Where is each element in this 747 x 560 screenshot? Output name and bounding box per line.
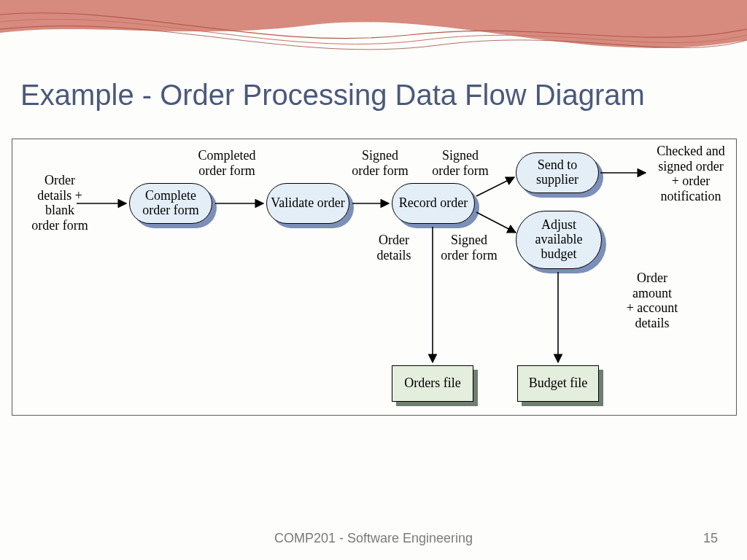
slide-title: Example - Order Processing Data Flow Dia… xyxy=(20,79,645,112)
footer-course: COMP201 - Software Engineering xyxy=(0,531,747,546)
svg-line-4 xyxy=(476,212,516,233)
datastore-budget-file: Budget file xyxy=(517,365,599,402)
slide: Example - Order Processing Data Flow Dia… xyxy=(0,0,747,560)
flow-label-order-details: Order details xyxy=(368,233,419,262)
process-send-to-supplier: Send to supplier xyxy=(516,152,599,193)
datastore-orders-file: Orders file xyxy=(392,365,473,402)
diagram-frame: Order details + blank order form Complet… xyxy=(12,139,737,416)
flow-label-signed-1: Signed order form xyxy=(344,148,417,178)
flow-label-input: Order details + blank order form xyxy=(27,173,93,233)
flow-label-output: Checked and signed order + order notific… xyxy=(647,144,735,204)
flow-label-order-amount: Order amount + account details xyxy=(619,271,685,331)
process-adjust-available-budget: Adjust available budget xyxy=(516,211,602,269)
footer-page-number: 15 xyxy=(703,531,718,546)
svg-line-3 xyxy=(476,177,514,196)
header-wave-decoration xyxy=(0,0,747,88)
process-validate-order: Validate order xyxy=(266,183,349,224)
process-complete-order-form: Complete order form xyxy=(129,183,212,224)
process-record-order: Record order xyxy=(392,183,475,224)
flow-label-completed: Completed order form xyxy=(190,148,263,178)
flow-label-signed-2: Signed order form xyxy=(424,148,497,178)
flow-label-signed-3: Signed order form xyxy=(433,233,506,262)
